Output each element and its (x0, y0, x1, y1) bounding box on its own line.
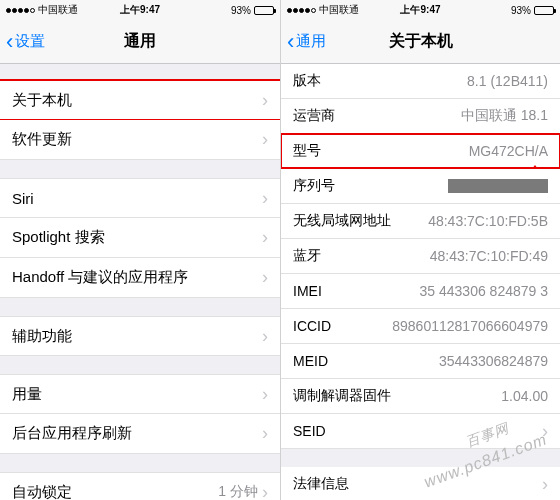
chevron-right-icon: › (262, 326, 268, 347)
battery-icon (534, 6, 554, 15)
cell-label: ICCID (293, 318, 331, 334)
handoff-cell[interactable]: Handoff 与建议的应用程序 › (0, 258, 280, 298)
version-cell[interactable]: 版本 8.1 (12B411) (281, 64, 560, 99)
chevron-left-icon: ‹ (6, 31, 13, 53)
cell-label: 版本 (293, 72, 321, 90)
chevron-right-icon: › (262, 129, 268, 150)
cell-label: 法律信息 (293, 475, 349, 493)
status-bar: 中国联通 上午9:47 93% (281, 0, 560, 20)
about-cell[interactable]: 关于本机 › (0, 80, 280, 120)
chevron-right-icon: › (262, 227, 268, 248)
cell-label: SEID (293, 423, 326, 439)
back-button[interactable]: ‹ 设置 (6, 31, 45, 53)
meid-cell[interactable]: MEID 35443306824879 (281, 344, 560, 379)
redacted-value (448, 179, 548, 193)
wifi-cell[interactable]: 无线局域网地址 48:43:7C:10:FD:5B (281, 204, 560, 239)
siri-cell[interactable]: Siri › (0, 178, 280, 218)
signal-icon (6, 8, 35, 13)
model-cell[interactable]: 型号 MG472CH/A (281, 134, 560, 169)
imei-cell[interactable]: IMEI 35 443306 824879 3 (281, 274, 560, 309)
cell-label: 关于本机 (12, 91, 72, 110)
chevron-right-icon: › (262, 267, 268, 288)
page-title: 通用 (124, 31, 156, 52)
chevron-right-icon: › (262, 90, 268, 111)
cell-label: Spotlight 搜索 (12, 228, 105, 247)
cell-label: 用量 (12, 385, 42, 404)
back-label: 通用 (296, 32, 326, 51)
cell-value: 中国联通 18.1 (461, 107, 548, 125)
cell-label: 软件更新 (12, 130, 72, 149)
cell-label: 运营商 (293, 107, 335, 125)
cell-value: 35 443306 824879 3 (420, 283, 548, 299)
cell-label: 型号 (293, 142, 321, 160)
software-update-cell[interactable]: 软件更新 › (0, 120, 280, 160)
cell-label: 辅助功能 (12, 327, 72, 346)
clock: 上午9:47 (120, 3, 160, 17)
battery-icon (254, 6, 274, 15)
bg-refresh-cell[interactable]: 后台应用程序刷新 › (0, 414, 280, 454)
signal-icon (287, 8, 316, 13)
cell-label: IMEI (293, 283, 322, 299)
general-settings-pane: 中国联通 上午9:47 93% ‹ 设置 通用 关于本机 › 软件更新 › (0, 0, 280, 500)
chevron-right-icon: › (542, 474, 548, 495)
settings-list: 关于本机 › 软件更新 › Siri › Spotlight 搜索 › Hand… (0, 64, 280, 500)
page-title: 关于本机 (389, 31, 453, 52)
spotlight-cell[interactable]: Spotlight 搜索 › (0, 218, 280, 258)
usage-cell[interactable]: 用量 › (0, 374, 280, 414)
cell-value: 1.04.00 (501, 388, 548, 404)
accessibility-cell[interactable]: 辅助功能 › (0, 316, 280, 356)
cell-label: Handoff 与建议的应用程序 (12, 268, 188, 287)
cell-value: 8.1 (12B411) (467, 73, 548, 89)
cell-label: 序列号 (293, 177, 335, 195)
cell-value: 89860112817066604979 (392, 318, 548, 334)
cell-value: 48:43:7C:10:FD:49 (430, 248, 548, 264)
about-list: 版本 8.1 (12B411) 运营商 中国联通 18.1 型号 MG472CH… (281, 64, 560, 500)
bluetooth-cell[interactable]: 蓝牙 48:43:7C:10:FD:49 (281, 239, 560, 274)
seid-cell[interactable]: SEID › (281, 414, 560, 449)
battery-pct: 93% (231, 5, 251, 16)
chevron-right-icon: › (262, 423, 268, 444)
autolock-cell[interactable]: 自动锁定 1 分钟› (0, 472, 280, 500)
chevron-right-icon: › (262, 482, 268, 501)
cell-label: 后台应用程序刷新 (12, 424, 132, 443)
cell-value: 48:43:7C:10:FD:5B (428, 213, 548, 229)
battery-pct: 93% (511, 5, 531, 16)
chevron-right-icon: › (262, 188, 268, 209)
status-bar: 中国联通 上午9:47 93% (0, 0, 280, 20)
cell-label: 调制解调器固件 (293, 387, 391, 405)
back-label: 设置 (15, 32, 45, 51)
cell-label: 自动锁定 (12, 483, 72, 501)
back-button[interactable]: ‹ 通用 (287, 31, 326, 53)
chevron-right-icon: › (542, 421, 548, 442)
legal-cell[interactable]: 法律信息 › (281, 467, 560, 500)
chevron-right-icon: › (262, 384, 268, 405)
chevron-left-icon: ‹ (287, 31, 294, 53)
nav-bar: ‹ 设置 通用 (0, 20, 280, 64)
cell-value: MG472CH/A (469, 143, 548, 159)
cell-label: 无线局域网地址 (293, 212, 391, 230)
cell-value: 1 分钟 (218, 483, 258, 500)
cell-label: 蓝牙 (293, 247, 321, 265)
carrier-label: 中国联通 (319, 3, 359, 17)
clock: 上午9:47 (400, 3, 440, 17)
about-pane: 中国联通 上午9:47 93% ‹ 通用 关于本机 版本 8.1 (12B411… (280, 0, 560, 500)
cell-label: Siri (12, 190, 34, 207)
carrier-cell[interactable]: 运营商 中国联通 18.1 (281, 99, 560, 134)
nav-bar: ‹ 通用 关于本机 (281, 20, 560, 64)
iccid-cell[interactable]: ICCID 89860112817066604979 (281, 309, 560, 344)
carrier-label: 中国联通 (38, 3, 78, 17)
cell-label: MEID (293, 353, 328, 369)
modem-cell[interactable]: 调制解调器固件 1.04.00 (281, 379, 560, 414)
cell-value: 35443306824879 (439, 353, 548, 369)
serial-cell[interactable]: 序列号 (281, 169, 560, 204)
